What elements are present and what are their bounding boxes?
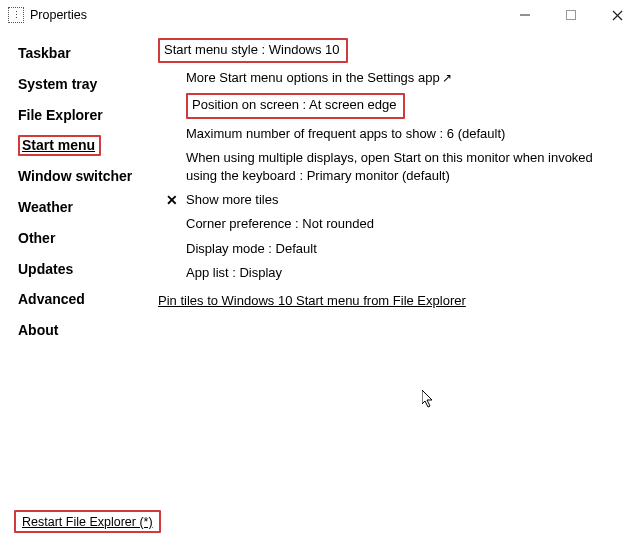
checked-icon: ✕ — [166, 193, 178, 207]
more-options-link[interactable]: More Start menu options in the Settings … — [186, 69, 452, 87]
sidebar: Taskbar System tray File Explorer Start … — [10, 34, 150, 535]
corner-preference-option[interactable]: Corner preference : Not rounded — [186, 215, 374, 233]
start-menu-style-option[interactable]: Start menu style : Windows 10 — [158, 38, 348, 63]
app-icon: ⋮ — [8, 7, 24, 23]
sidebar-item-label: Weather — [18, 199, 73, 215]
sidebar-item-taskbar[interactable]: Taskbar — [16, 38, 150, 69]
sidebar-item-start-menu[interactable]: Start menu — [16, 130, 150, 161]
sidebar-item-system-tray[interactable]: System tray — [16, 69, 150, 100]
sidebar-item-other[interactable]: Other — [16, 223, 150, 254]
app-list-option[interactable]: App list : Display — [186, 264, 282, 282]
multi-display-option[interactable]: When using multiple displays, open Start… — [186, 149, 616, 185]
titlebar: ⋮ Properties — [0, 0, 640, 30]
sidebar-item-advanced[interactable]: Advanced — [16, 284, 150, 315]
sidebar-item-label: Other — [18, 230, 55, 246]
sidebar-item-about[interactable]: About — [16, 315, 150, 346]
content-pane: Start menu style : Windows 10 More Start… — [150, 34, 630, 535]
restart-file-explorer-link[interactable]: Restart File Explorer (*) — [14, 510, 161, 533]
display-mode-option[interactable]: Display mode : Default — [186, 240, 317, 258]
sidebar-item-label: Start menu — [18, 135, 101, 156]
sidebar-item-label: Taskbar — [18, 45, 71, 61]
position-on-screen-option[interactable]: Position on screen : At screen edge — [186, 93, 405, 118]
sidebar-item-label: File Explorer — [18, 107, 103, 123]
maximize-button[interactable] — [548, 0, 594, 30]
sidebar-item-file-explorer[interactable]: File Explorer — [16, 100, 150, 131]
sidebar-item-label: Updates — [18, 261, 73, 277]
sidebar-item-label: Window switcher — [18, 168, 132, 184]
svg-rect-1 — [567, 11, 576, 20]
sidebar-item-window-switcher[interactable]: Window switcher — [16, 161, 150, 192]
external-link-icon: ↗ — [442, 71, 452, 85]
show-more-tiles-toggle[interactable]: Show more tiles — [186, 191, 278, 209]
sidebar-item-updates[interactable]: Updates — [16, 254, 150, 285]
sidebar-item-label: About — [18, 322, 58, 338]
pin-tiles-link[interactable]: Pin tiles to Windows 10 Start menu from … — [158, 292, 466, 310]
sidebar-item-label: Advanced — [18, 291, 85, 307]
window-controls — [502, 0, 640, 30]
close-button[interactable] — [594, 0, 640, 30]
sidebar-item-weather[interactable]: Weather — [16, 192, 150, 223]
sidebar-item-label: System tray — [18, 76, 97, 92]
window-title: Properties — [30, 8, 87, 22]
minimize-button[interactable] — [502, 0, 548, 30]
max-frequent-apps-option[interactable]: Maximum number of frequent apps to show … — [186, 125, 505, 143]
